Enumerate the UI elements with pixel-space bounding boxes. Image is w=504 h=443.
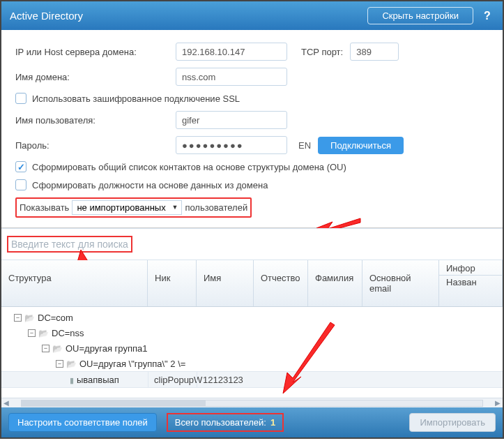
collapse-icon[interactable]: − xyxy=(56,360,63,368)
col-patronymic[interactable]: Отчество xyxy=(254,260,308,306)
scroll-right-icon[interactable]: ▶ xyxy=(493,399,503,407)
titlebar: Active Directory Скрыть настройки ? xyxy=(1,1,503,30)
tree-node[interactable]: − OU=другая группа1 xyxy=(1,340,503,356)
total-users-badge: Всего пользователей: 1 xyxy=(167,413,284,432)
col-name[interactable]: Имя xyxy=(197,260,254,306)
cell-name: 12123123 xyxy=(197,372,254,387)
filter-prefix: Показывать xyxy=(20,202,69,213)
col-structure[interactable]: Структура xyxy=(1,260,148,306)
ssl-label: Использовать зашифрованное подключение S… xyxy=(32,93,240,104)
filter-select[interactable]: не импортированных xyxy=(72,200,182,215)
scroll-left-icon[interactable]: ◀ xyxy=(1,399,11,407)
tree-area: − DC=com − DC=nss − OU=другая группа1 − … xyxy=(1,307,503,398)
col-surname[interactable]: Фамилия xyxy=(308,260,362,306)
cell-nick: clipPopupW xyxy=(148,372,197,387)
col-nick[interactable]: Ник xyxy=(148,260,197,306)
total-count: 1 xyxy=(270,417,275,428)
map-fields-button[interactable]: Настроить соответствие полей xyxy=(8,413,157,432)
username-label: Имя пользователя: xyxy=(15,115,169,126)
tree-node[interactable]: − OU=другая \"группа\" 2 \= xyxy=(1,356,503,371)
settings-panel: IP или Host сервера домена: TCP порт: Им… xyxy=(1,30,503,228)
domain-input[interactable] xyxy=(176,68,287,86)
connect-button[interactable]: Подключиться xyxy=(318,137,404,154)
grid-header: Структура Ник Имя Отчество Фамилия Основ… xyxy=(1,260,503,307)
ssl-checkbox[interactable] xyxy=(15,93,26,104)
filter-suffix: пользователей xyxy=(185,202,247,213)
lang-indicator[interactable]: EN xyxy=(298,140,311,151)
search-input[interactable]: Введите текст для поиска xyxy=(7,236,132,253)
username-input[interactable] xyxy=(176,111,287,129)
folder-icon xyxy=(24,313,38,323)
hide-settings-button[interactable]: Скрыть настройки xyxy=(367,7,473,24)
filter-row: Показывать не импортированных пользовате… xyxy=(15,197,252,218)
titles-label: Сформировать должности на основе данных … xyxy=(32,180,268,190)
collapse-icon[interactable]: − xyxy=(14,314,22,322)
search-bar: Введите текст для поиска xyxy=(1,228,503,260)
ou-label: Сформировать общий список контактов на о… xyxy=(32,162,346,172)
domain-label: Имя домена: xyxy=(15,72,169,82)
col-info-group[interactable]: Инфор xyxy=(439,260,502,275)
help-icon[interactable]: ? xyxy=(480,10,494,22)
folder-icon xyxy=(66,359,79,369)
password-input[interactable] xyxy=(176,136,287,154)
window-title: Active Directory xyxy=(10,10,83,22)
ip-label: IP или Host сервера домена: xyxy=(15,47,169,57)
folder-icon xyxy=(52,343,66,354)
total-label: Всего пользователей: xyxy=(175,417,266,428)
tcp-port-input[interactable] xyxy=(350,43,399,61)
file-icon xyxy=(70,375,77,385)
import-button[interactable]: Импортировать xyxy=(409,413,496,432)
footer: Настроить соответствие полей Всего польз… xyxy=(1,407,503,437)
folder-icon xyxy=(38,328,52,338)
password-label: Пароль: xyxy=(15,140,169,151)
tree-node[interactable]: − DC=nss xyxy=(1,325,503,340)
collapse-icon[interactable]: − xyxy=(42,345,49,352)
ou-checkbox[interactable] xyxy=(15,161,26,172)
user-row[interactable]: ывапвыап clipPopupW 12123123 xyxy=(1,371,503,388)
tcp-port-label: TCP порт: xyxy=(301,47,343,57)
titles-checkbox[interactable] xyxy=(15,179,26,190)
collapse-icon[interactable]: − xyxy=(28,329,36,337)
tree-node[interactable]: − DC=com xyxy=(1,310,503,325)
col-email[interactable]: Основной email xyxy=(362,260,439,306)
horizontal-scrollbar[interactable]: ◀ ▶ xyxy=(1,398,503,407)
ip-input[interactable] xyxy=(176,43,287,61)
col-info-sub[interactable]: Назван xyxy=(439,275,502,290)
